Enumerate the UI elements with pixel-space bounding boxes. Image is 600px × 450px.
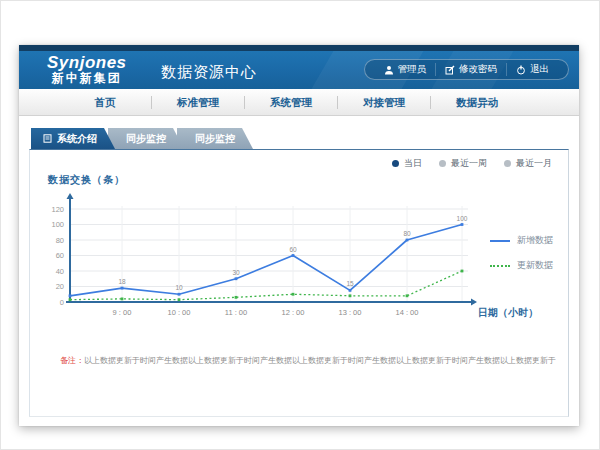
nav-item-system-mgmt[interactable]: 系统管理 xyxy=(245,89,337,115)
svg-text:12 : 00: 12 : 00 xyxy=(282,308,305,317)
user-icon xyxy=(384,65,394,75)
legend-label: 新增数据 xyxy=(517,234,553,247)
svg-text:30: 30 xyxy=(232,269,240,276)
svg-text:15: 15 xyxy=(346,280,354,287)
document-icon xyxy=(43,134,52,143)
svg-text:100: 100 xyxy=(457,215,468,222)
svg-text:13 : 00: 13 : 00 xyxy=(339,308,362,317)
legend-item-updated-data[interactable]: 更新数据 xyxy=(490,259,553,272)
tab-system-intro[interactable]: 系统介绍 xyxy=(31,128,115,149)
change-password-label: 修改密码 xyxy=(459,63,497,76)
app-window: Synjones 新中新集团 数据资源中心 管理员 修改密码 退出 xyxy=(19,45,579,426)
legend-label: 更新数据 xyxy=(517,259,553,272)
svg-text:11 : 00: 11 : 00 xyxy=(225,308,247,317)
svg-text:10 : 00: 10 : 00 xyxy=(168,308,191,317)
logout-button[interactable]: 退出 xyxy=(506,63,558,76)
svg-text:0: 0 xyxy=(60,298,64,307)
footnote-text: 以上数据更新于时间产生数据以上数据更新于时间产生数据以上数据更新于时间产生数据以… xyxy=(84,356,556,365)
line-chart: 0204060801001209 : 0010 : 0011 : 0012 : … xyxy=(42,184,512,324)
admin-user-button[interactable]: 管理员 xyxy=(375,63,436,76)
page: Synjones 新中新集团 数据资源中心 管理员 修改密码 退出 xyxy=(0,0,600,450)
filter-label: 最近一月 xyxy=(516,157,552,170)
nav-item-interface-mgmt[interactable]: 对接管理 xyxy=(338,89,430,115)
nav-item-standard-mgmt[interactable]: 标准管理 xyxy=(152,89,244,115)
app-header: Synjones 新中新集团 数据资源中心 管理员 修改密码 退出 xyxy=(19,51,579,89)
svg-text:60: 60 xyxy=(56,251,64,260)
blue-line-icon xyxy=(490,240,510,242)
user-actions-bar: 管理员 修改密码 退出 xyxy=(364,59,570,80)
svg-text:14 : 00: 14 : 00 xyxy=(396,308,419,317)
tab-bar: 系统介绍 同步监控 同步监控 xyxy=(31,128,253,149)
logout-label: 退出 xyxy=(530,63,549,76)
content-area: 系统介绍 同步监控 同步监控 当日 最近一周 xyxy=(19,116,579,425)
svg-text:100: 100 xyxy=(51,220,64,229)
range-filters: 当日 最近一周 最近一月 xyxy=(392,157,552,170)
radio-dot-icon xyxy=(439,160,446,167)
svg-text:9 : 00: 9 : 00 xyxy=(113,308,132,317)
x-axis-title: 日期（小时） xyxy=(478,306,538,320)
filter-last-month[interactable]: 最近一月 xyxy=(504,157,552,170)
logout-icon xyxy=(516,65,526,75)
svg-text:10: 10 xyxy=(175,284,183,291)
legend-item-new-data[interactable]: 新增数据 xyxy=(490,234,553,247)
filter-label: 当日 xyxy=(404,157,422,170)
footnote-prefix: 备注： xyxy=(60,356,84,365)
green-dotted-line-icon xyxy=(490,265,510,267)
filter-label: 最近一周 xyxy=(451,157,487,170)
tab-sync-monitor-2[interactable]: 同步监控 xyxy=(177,128,253,149)
page-title: 数据资源中心 xyxy=(161,63,257,82)
svg-text:18: 18 xyxy=(118,278,126,285)
svg-text:80: 80 xyxy=(56,236,64,245)
svg-text:120: 120 xyxy=(51,205,64,214)
filter-last-week[interactable]: 最近一周 xyxy=(439,157,487,170)
logo-subtext: 新中新集团 xyxy=(47,72,127,85)
main-nav: 首页 标准管理 系统管理 对接管理 数据异动 xyxy=(19,89,579,116)
chart-legend: 新增数据 更新数据 xyxy=(490,234,553,284)
change-password-button[interactable]: 修改密码 xyxy=(435,63,506,76)
tab-sync-monitor-1[interactable]: 同步监控 xyxy=(108,128,184,149)
radio-dot-icon xyxy=(504,160,511,167)
logo-text: Synjones xyxy=(47,54,127,72)
nav-item-home[interactable]: 首页 xyxy=(59,89,151,115)
svg-text:80: 80 xyxy=(403,230,411,237)
footnote: 备注：以上数据更新于时间产生数据以上数据更新于时间产生数据以上数据更新于时间产生… xyxy=(60,355,556,366)
chart-panel: 当日 最近一周 最近一月 数据交换（条） 0204060801001209 : … xyxy=(29,149,569,417)
radio-dot-icon xyxy=(392,160,399,167)
svg-text:60: 60 xyxy=(289,246,297,253)
user-label: 管理员 xyxy=(398,63,427,76)
filter-today[interactable]: 当日 xyxy=(392,157,422,170)
edit-icon xyxy=(445,65,455,75)
svg-text:20: 20 xyxy=(56,282,64,291)
tab-label: 系统介绍 xyxy=(57,128,97,149)
nav-item-data-change[interactable]: 数据异动 xyxy=(431,89,523,115)
company-logo: Synjones 新中新集团 xyxy=(47,54,127,84)
svg-text:40: 40 xyxy=(56,267,64,276)
